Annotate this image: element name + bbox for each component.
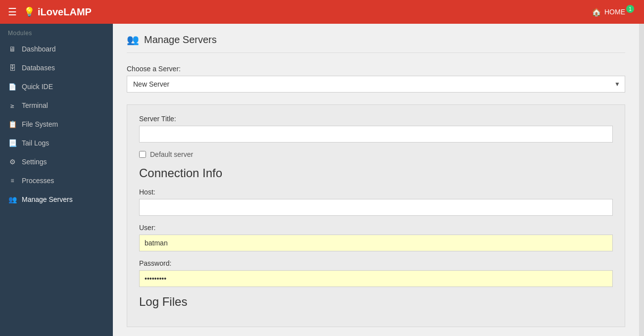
processes-icon: ≡ — [8, 177, 17, 184]
sidebar-item-manage-servers[interactable]: 👥 Manage Servers — [0, 190, 113, 209]
settings-icon: ⚙ — [8, 158, 17, 166]
quick-ide-icon: 📄 — [8, 83, 17, 91]
tail-logs-icon: 📃 — [8, 139, 17, 147]
choose-server-section: Choose a Server: New Server ▼ — [127, 65, 625, 93]
sidebar-item-databases[interactable]: 🗄 Databases — [0, 58, 113, 77]
page-header: 👥 Manage Servers — [127, 34, 625, 53]
header-right: 🏠 HOME 1 — [592, 7, 636, 17]
sidebar-item-label: File System — [22, 120, 58, 128]
right-scrollbar[interactable] — [639, 24, 644, 336]
password-label: Password: — [139, 259, 613, 267]
page-title: Manage Servers — [144, 34, 217, 46]
sidebar-item-label: Processes — [22, 177, 54, 185]
home-badge: 1 — [626, 5, 634, 13]
password-input[interactable] — [139, 270, 613, 287]
hamburger-button[interactable]: ☰ — [8, 6, 17, 18]
host-label: Host: — [139, 188, 613, 196]
sidebar-item-tail-logs[interactable]: 📃 Tail Logs — [0, 134, 113, 152]
server-form: Server Title: Default server Connection … — [127, 104, 625, 327]
default-server-checkbox[interactable] — [139, 151, 146, 158]
sidebar-item-terminal[interactable]: ≥ Terminal — [0, 96, 113, 115]
sidebar-item-label: Databases — [22, 64, 55, 72]
top-header: ☰ 💡 iLoveLAMP 🏠 HOME 1 — [0, 0, 644, 24]
host-input[interactable] — [139, 199, 613, 216]
user-label: User: — [139, 224, 613, 232]
terminal-icon: ≥ — [8, 102, 17, 109]
content-area: 👥 Manage Servers Choose a Server: New Se… — [113, 24, 639, 336]
user-input[interactable] — [139, 235, 613, 251]
server-title-group: Server Title: — [139, 115, 613, 143]
sidebar-item-quick-ide[interactable]: 📄 Quick IDE — [0, 77, 113, 96]
databases-icon: 🗄 — [8, 64, 17, 72]
choose-server-select[interactable]: New Server — [127, 76, 625, 93]
log-files-heading: Log Files — [139, 295, 613, 309]
sidebar-item-processes[interactable]: ≡ Processes — [0, 171, 113, 190]
file-system-icon: 📋 — [8, 120, 17, 128]
choose-server-wrapper: New Server ▼ — [127, 76, 625, 93]
app-name: iLoveLAMP — [38, 6, 92, 18]
password-group: Password: — [139, 259, 613, 287]
main-layout: Modules 🖥 Dashboard 🗄 Databases 📄 Quick … — [0, 24, 644, 336]
manage-servers-icon: 👥 — [8, 195, 17, 203]
connection-info-heading: Connection Info — [139, 166, 613, 180]
home-label[interactable]: HOME — [604, 8, 625, 16]
sidebar-section-label: Modules — [0, 24, 113, 40]
default-server-label: Default server — [150, 150, 193, 158]
sidebar-item-settings[interactable]: ⚙ Settings — [0, 152, 113, 171]
sidebar-item-dashboard[interactable]: 🖥 Dashboard — [0, 40, 113, 58]
sidebar-item-label: Quick IDE — [22, 83, 53, 91]
sidebar: Modules 🖥 Dashboard 🗄 Databases 📄 Quick … — [0, 24, 113, 336]
bulb-icon: 💡 — [24, 6, 35, 17]
sidebar-item-label: Manage Servers — [22, 195, 73, 203]
host-group: Host: — [139, 188, 613, 216]
sidebar-item-label: Settings — [22, 158, 47, 166]
server-title-label: Server Title: — [139, 115, 613, 123]
choose-server-label: Choose a Server: — [127, 65, 625, 73]
sidebar-item-label: Dashboard — [22, 45, 56, 53]
app-logo: 💡 iLoveLAMP — [24, 6, 92, 18]
dashboard-icon: 🖥 — [8, 45, 17, 53]
sidebar-item-label: Terminal — [22, 101, 48, 109]
user-group: User: — [139, 224, 613, 251]
home-icon: 🏠 — [592, 7, 601, 17]
page-header-icon: 👥 — [127, 34, 139, 46]
sidebar-item-label: Tail Logs — [22, 139, 49, 147]
server-title-input[interactable] — [139, 126, 613, 143]
sidebar-item-file-system[interactable]: 📋 File System — [0, 115, 113, 134]
default-server-row: Default server — [139, 150, 613, 158]
